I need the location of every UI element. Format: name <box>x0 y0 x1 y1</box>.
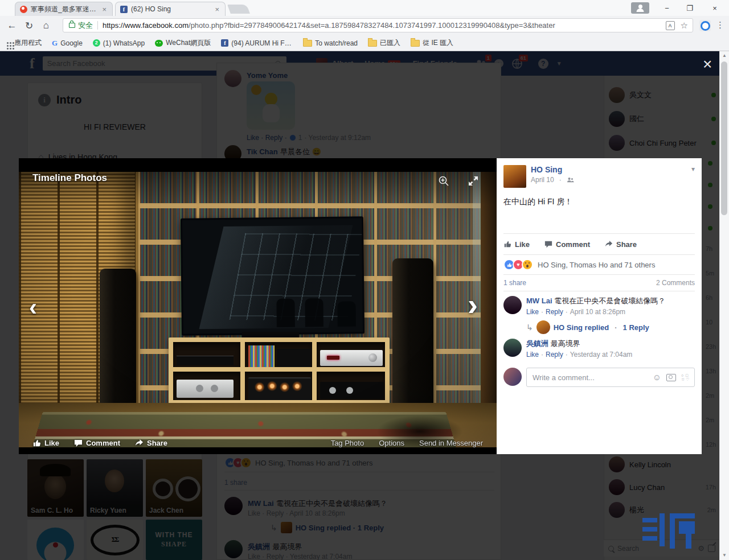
scrollbar-thumb[interactable] <box>721 61 727 215</box>
comment-author[interactable]: Yome Yome <box>247 71 288 80</box>
notifications-globe-icon[interactable]: 61 <box>511 57 523 70</box>
avatar[interactable] <box>224 540 243 558</box>
account-caret-icon[interactable]: ▼ <box>556 60 562 67</box>
post-menu-chevron[interactable]: ▾ <box>691 165 695 188</box>
fullscreen-icon[interactable] <box>468 175 479 189</box>
like-button[interactable]: Like <box>503 240 530 249</box>
bookmark-imported[interactable]: 已匯入 <box>368 38 400 48</box>
options-button[interactable]: Options <box>379 439 404 447</box>
ssl-lock-icon[interactable] <box>69 23 75 28</box>
photo-like-button[interactable]: Like <box>32 439 59 447</box>
comment-author[interactable]: Tik Chan <box>247 147 278 156</box>
bookmark-aurum[interactable]: f(94) AURUM Hi Fi: Hi <box>221 39 293 47</box>
photo-share-button[interactable]: Share <box>135 439 167 447</box>
next-photo-chevron[interactable]: › <box>468 287 478 322</box>
theater-close-button[interactable]: × <box>699 56 715 73</box>
page-scrollbar[interactable]: ▲ ▼ <box>719 51 729 560</box>
comment-button[interactable]: Comment <box>544 240 590 249</box>
comment-sticker[interactable] <box>247 81 295 130</box>
back-icon[interactable]: ← <box>3 20 21 31</box>
photo-tile-sigma[interactable]: ΣΣ <box>87 520 143 560</box>
chat-contact[interactable]: Choi Chi Fung Peter <box>609 133 716 153</box>
avatar[interactable] <box>503 165 526 188</box>
comment-count[interactable]: 2 Comments <box>656 279 695 287</box>
bookmark-star-icon[interactable]: ☆ <box>681 20 688 31</box>
reactions-text[interactable]: HO Sing, Thomas Ho and 71 others <box>255 459 372 467</box>
translate-icon[interactable]: A <box>666 21 675 30</box>
zoom-in-icon[interactable] <box>438 175 449 189</box>
avatar[interactable] <box>224 70 241 87</box>
comment-author[interactable]: 吳鎮洲 <box>248 542 270 551</box>
photo-comment-button[interactable]: Comment <box>74 439 120 447</box>
tab-military-channel[interactable]: 軍事頻道_最多軍迷首选... × <box>15 2 113 16</box>
avatar[interactable] <box>224 497 243 515</box>
reload-icon[interactable]: ↻ <box>21 20 38 32</box>
reply-thread[interactable]: ↳ HO Sing replied 1 Reply <box>526 320 695 334</box>
send-in-messenger-button[interactable]: Send in Messenger <box>419 439 483 447</box>
friend-tile[interactable]: Ricky Yuen <box>87 459 143 517</box>
share-count[interactable]: 1 share <box>503 279 526 287</box>
new-message-icon[interactable] <box>708 545 715 552</box>
comment-author[interactable]: 吳鎮洲 <box>526 339 548 348</box>
comment-reply-link[interactable]: Reply <box>546 351 563 359</box>
reactions-row[interactable]: ♥ HO Sing, Thomas Ho and 71 others <box>224 457 372 468</box>
avatar[interactable] <box>503 296 522 314</box>
reactions-row[interactable]: ♥ HO Sing, Thomas Ho and 71 others <box>503 254 695 274</box>
emoji-icon[interactable]: ☺ <box>653 373 661 381</box>
extension-button[interactable] <box>699 20 711 31</box>
comment-author[interactable]: MW Lai <box>248 499 274 508</box>
photo-tile-poster[interactable]: WITH THE SHAPE <box>146 520 202 560</box>
sticker-icon[interactable]: ○□☆♡ <box>681 373 690 381</box>
chat-contact[interactable]: Lucy Chan17h <box>609 477 716 497</box>
chat-contact[interactable]: Kelly Lincoln <box>609 454 716 475</box>
help-icon[interactable]: ? <box>538 59 548 69</box>
bookmark-wechat[interactable]: WeChat網頁版 <box>155 38 211 48</box>
comment-time[interactable]: Yesterday at 7:04am <box>570 351 633 359</box>
tab-close-icon[interactable]: × <box>214 6 220 13</box>
comment-meta[interactable]: Like · Reply · Yesterday at 7:04am <box>248 553 352 560</box>
friend-tile[interactable]: Sam C. L. Ho <box>27 459 84 517</box>
tab-ho-sing[interactable]: f (62) HO Sing × <box>115 2 226 16</box>
comment-meta[interactable]: Like · Reply · April 10 at 8:26pm <box>248 509 345 517</box>
minimize-button[interactable]: − <box>660 2 674 14</box>
avatar[interactable] <box>503 339 522 357</box>
reactions-text[interactable]: HO Sing, Thomas Ho and 71 others <box>538 261 655 269</box>
camera-icon[interactable] <box>666 374 676 381</box>
comment-reply-link[interactable]: Reply <box>546 308 563 316</box>
window-close-button[interactable]: × <box>707 2 722 14</box>
facebook-logo[interactable]: f <box>30 56 35 71</box>
bookmark-apps[interactable]: 應用程式 <box>6 38 42 48</box>
scroll-down-arrow[interactable]: ▼ <box>720 551 729 560</box>
share-count[interactable]: 1 share <box>224 479 247 487</box>
profile-avatar-button[interactable] <box>631 2 649 14</box>
comment-like-link[interactable]: Like <box>526 308 539 316</box>
bookmark-imported-ie[interactable]: 從 IE 匯入 <box>411 38 453 48</box>
share-button[interactable]: Share <box>605 240 637 249</box>
bookmark-whatsapp[interactable]: 2(1) WhatsApp <box>93 39 145 47</box>
tab-close-icon[interactable]: × <box>101 6 108 13</box>
post-author[interactable]: HO Sing <box>531 165 562 174</box>
friend-tile[interactable]: Jack Chen <box>146 459 202 517</box>
bookmark-google[interactable]: GGoogle <box>52 39 83 48</box>
address-bar[interactable]: 安全 https://www.facebook.com/photo.php?fb… <box>63 18 693 32</box>
new-tab-button[interactable] <box>227 5 250 14</box>
theater-photo[interactable] <box>19 172 497 447</box>
maximize-button[interactable]: ❐ <box>682 2 697 14</box>
prev-photo-chevron[interactable]: ‹ <box>29 294 37 321</box>
thread-count[interactable]: 1 Reply <box>623 323 649 332</box>
browser-menu-icon[interactable]: ⋮ <box>716 20 724 30</box>
comment-like-link[interactable]: Like <box>526 351 539 359</box>
comment-author[interactable]: MW Lai <box>526 297 552 305</box>
tag-photo-button[interactable]: Tag Photo <box>331 439 364 447</box>
thread-author[interactable]: HO Sing replied <box>554 323 609 332</box>
chat-contact[interactable]: 國仁 <box>609 109 716 129</box>
thread-link[interactable]: HO Sing replied · 1 Reply <box>296 524 384 532</box>
chat-contact[interactable]: 吳文文 <box>609 85 716 105</box>
reply-thread[interactable]: ↳ HO Sing replied · 1 Reply <box>271 522 384 533</box>
bookmark-to-watch[interactable]: To watch/read <box>303 39 358 47</box>
album-title[interactable]: Timeline Photos <box>32 172 107 184</box>
home-icon[interactable]: ⌂ <box>38 20 55 31</box>
scroll-up-arrow[interactable]: ▲ <box>720 51 729 60</box>
photo-tile-doraemon[interactable] <box>27 520 84 560</box>
comment-time[interactable]: April 10 at 8:26pm <box>570 308 625 316</box>
